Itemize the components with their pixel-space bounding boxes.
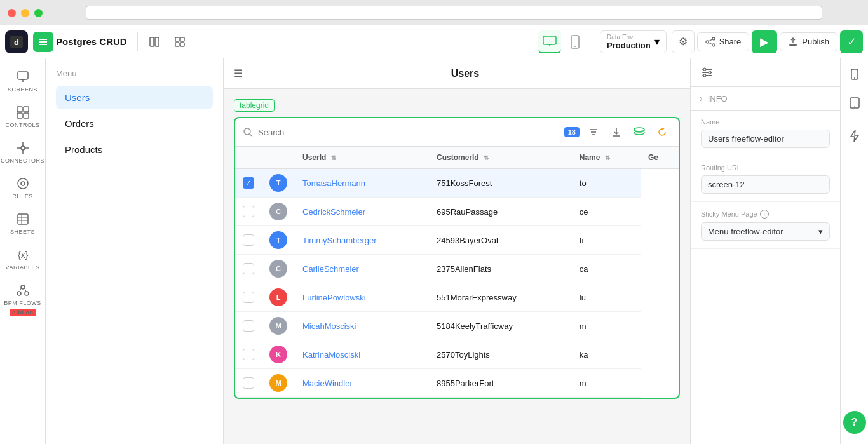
table-row[interactable]: TTimmySchamberger24593BayerOvalti: [235, 226, 679, 255]
row-checkbox[interactable]: [235, 283, 262, 312]
close-button[interactable]: [8, 9, 16, 17]
userid-cell[interactable]: TomasaHermann: [295, 169, 429, 198]
filter-button[interactable]: [585, 123, 602, 141]
userid-cell[interactable]: MacieWindler: [295, 369, 429, 398]
userid-header[interactable]: UserId ⇅: [295, 147, 429, 169]
userid-cell[interactable]: CedrickSchmeler: [295, 198, 429, 226]
mobile-device-btn[interactable]: [564, 30, 587, 53]
table-row[interactable]: KKatrinaMosciski2570ToyLightska: [235, 340, 679, 369]
name-header[interactable]: Name ⇅: [572, 147, 641, 169]
sidebar-variables-label: VARIABLES: [6, 264, 40, 271]
postgres-crud-icon: [33, 32, 53, 52]
row-checkbox[interactable]: [235, 312, 262, 340]
svg-point-60: [709, 71, 711, 74]
sidebar-rules-label: RULES: [12, 193, 33, 199]
desktop-device-btn[interactable]: [538, 30, 561, 53]
customerid-cell: 8955ParkerFort: [429, 369, 572, 398]
table-row[interactable]: CCarlieSchmeler2375AllenFlatsca: [235, 255, 679, 283]
info-header: › INFO: [691, 87, 840, 111]
sidebar-item-controls[interactable]: CONTROLS: [0, 99, 46, 135]
userid-cell[interactable]: KatrinaMosciski: [295, 340, 429, 369]
svg-point-55: [634, 128, 644, 131]
avatar: C: [262, 198, 295, 226]
minimize-button[interactable]: [21, 9, 29, 17]
table-row[interactable]: MMicahMosciski5184KeelyTrafficwaym: [235, 312, 679, 340]
sidebar-item-sheets[interactable]: SHEETS: [0, 206, 46, 241]
routing-url-value[interactable]: screen-12: [701, 175, 830, 194]
svg-point-65: [854, 106, 855, 107]
info-label: INFO: [708, 94, 728, 104]
avatar: K: [262, 340, 295, 369]
name-field-value[interactable]: Users freeflow-editor: [701, 130, 830, 148]
svg-rect-10: [175, 43, 179, 46]
email-cell: m: [572, 369, 641, 398]
search-input[interactable]: [258, 128, 559, 137]
sidebar-item-rules[interactable]: RULES: [0, 170, 46, 206]
settings-button[interactable]: ⚙: [672, 30, 695, 53]
checkmark-button[interactable]: ✓: [840, 30, 863, 53]
data-env-value: Production: [607, 41, 651, 50]
app-title: Postgres CRUD: [56, 36, 127, 47]
add-on-badge: Add on: [10, 309, 36, 316]
customerid-cell: 5184KeelyTrafficway: [429, 312, 572, 340]
svg-line-46: [20, 288, 21, 292]
mobile-preview-icon[interactable]: [843, 64, 866, 86]
row-checkbox[interactable]: [235, 226, 262, 255]
sidebar-item-variables[interactable]: {x} VARIABLES: [0, 241, 46, 277]
run-button[interactable]: ▶: [752, 30, 777, 53]
sidebar-item-screens[interactable]: SCREENS: [0, 64, 46, 99]
help-button[interactable]: ?: [843, 411, 866, 434]
database-button[interactable]: [630, 123, 648, 141]
main-layout: SCREENS CONTROLS CONNECTORS RULES SHEETS…: [0, 58, 868, 444]
email-cell: to: [572, 169, 641, 198]
userid-cell[interactable]: TimmySchamberger: [295, 226, 429, 255]
userid-cell[interactable]: MicahMosciski: [295, 312, 429, 340]
url-bar[interactable]: [86, 6, 822, 20]
ge-header[interactable]: Ge: [641, 147, 679, 169]
menu-item-products[interactable]: Products: [56, 138, 213, 161]
svg-rect-29: [17, 113, 22, 118]
svg-line-49: [250, 134, 252, 137]
table-container: 18: [234, 117, 680, 399]
chevron-down-icon: ▾: [654, 36, 660, 48]
maximize-button[interactable]: [34, 9, 43, 17]
row-checkbox[interactable]: [235, 369, 262, 398]
table-row[interactable]: MMacieWindler8955ParkerFortm: [235, 369, 679, 398]
publish-button[interactable]: Publish: [780, 32, 837, 51]
tablegrid-tag[interactable]: tablegrid: [234, 99, 275, 112]
row-checkbox[interactable]: [235, 255, 262, 283]
chevron-right-icon[interactable]: ›: [700, 93, 703, 104]
table-row[interactable]: CCedrickSchmeler695RauPassagece: [235, 198, 679, 226]
customerid-header[interactable]: CustomerId ⇅: [429, 147, 572, 169]
table-row[interactable]: ✓TTomasaHermann751KossForestto: [235, 169, 679, 198]
refresh-button[interactable]: [653, 123, 671, 141]
grid-toggle-btn[interactable]: [168, 30, 191, 53]
download-button[interactable]: [607, 123, 625, 141]
sticky-menu-select[interactable]: Menu freeflow-editor ▾: [701, 222, 830, 241]
row-checkbox[interactable]: [235, 340, 262, 369]
share-button[interactable]: Share: [697, 32, 750, 51]
layout-toggle-btn[interactable]: [143, 30, 166, 53]
userid-cell[interactable]: CarlieSchmeler: [295, 255, 429, 283]
toolbar: d Postgres CRUD Data Env Production ▾ ⚙ …: [0, 25, 868, 58]
table-row[interactable]: LLurlinePowlowski551MorarExpresswaylu: [235, 283, 679, 312]
hamburger-icon[interactable]: ☰: [234, 67, 243, 79]
avatar: C: [262, 255, 295, 283]
svg-rect-30: [24, 113, 29, 118]
left-sidebar: SCREENS CONTROLS CONNECTORS RULES SHEETS…: [0, 58, 46, 444]
info-icon: i: [760, 210, 769, 219]
row-checkbox[interactable]: ✓: [235, 169, 262, 198]
svg-point-16: [574, 46, 576, 47]
sidebar-item-connectors[interactable]: CONNECTORS: [0, 135, 46, 170]
sidebar-item-bpm-flows[interactable]: BPM FLOWS Add on: [0, 277, 46, 323]
userid-cell[interactable]: LurlinePowlowski: [295, 283, 429, 312]
lightning-icon[interactable]: [843, 124, 866, 147]
data-env-selector[interactable]: Data Env Production ▾: [600, 30, 667, 53]
right-tab-settings[interactable]: [696, 61, 719, 84]
svg-line-20: [709, 39, 712, 41]
menu-item-users[interactable]: Users: [56, 86, 213, 109]
tablet-preview-icon[interactable]: [843, 91, 866, 114]
menu-item-orders[interactable]: Orders: [56, 112, 213, 135]
avatar: L: [262, 283, 295, 312]
row-checkbox[interactable]: [235, 198, 262, 226]
